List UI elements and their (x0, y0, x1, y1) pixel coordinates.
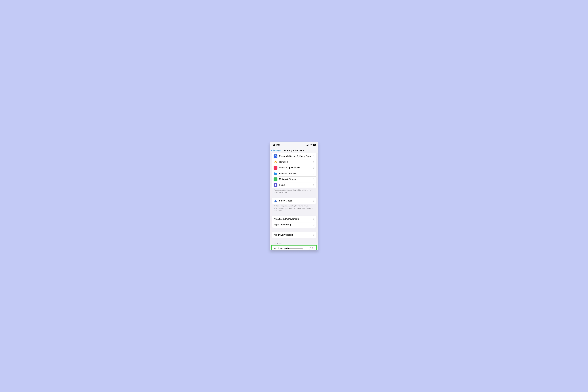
status-time: 12:49 (273, 144, 278, 146)
chevron-right-icon (313, 184, 314, 186)
cell-label: Files and Folders (279, 172, 313, 175)
phone-frame: 12:49 79 Setting (270, 142, 318, 250)
svg-rect-0 (278, 144, 280, 146)
chevron-left-icon (271, 149, 272, 152)
group-safety: Safety Check (272, 198, 316, 204)
cell-research-sensor[interactable]: Research Sensor & Usage Data (272, 154, 316, 159)
chevron-right-icon (313, 178, 314, 180)
chevron-right-icon (313, 218, 314, 220)
svg-rect-3 (307, 145, 308, 146)
status-bar: 12:49 79 (270, 142, 318, 148)
chevron-right-icon (314, 248, 314, 249)
nav-back-button[interactable]: Settings (271, 149, 281, 152)
cell-label: Motion & Fitness (279, 178, 313, 180)
cell-label: HomeKit (279, 161, 313, 163)
folder-icon (274, 172, 278, 176)
research-icon (274, 154, 278, 158)
cell-files-folders[interactable]: Files and Folders (272, 171, 316, 176)
svg-rect-4 (308, 144, 308, 146)
chevron-right-icon (313, 234, 314, 236)
cell-label: Research Sensor & Usage Data (279, 155, 313, 158)
cell-advertising[interactable]: Apple Advertising (272, 222, 316, 228)
cell-app-privacy-report[interactable]: App Privacy Report (272, 232, 316, 238)
fitness-icon (274, 178, 278, 181)
cell-label: Focus (279, 184, 313, 186)
cell-safety-check[interactable]: Safety Check (272, 198, 316, 204)
chevron-right-icon (313, 161, 314, 163)
content-scroll[interactable]: Research Sensor & Usage Data HomeKit Med… (270, 154, 318, 250)
cell-label: App Privacy Report (274, 234, 313, 236)
svg-rect-2 (306, 145, 307, 146)
cell-value: Off (310, 247, 313, 250)
chevron-right-icon (313, 224, 314, 226)
svg-point-7 (276, 178, 276, 179)
nav-back-label: Settings (273, 149, 281, 152)
svg-rect-1 (279, 144, 279, 144)
focus-icon (274, 183, 278, 187)
music-icon (274, 166, 278, 170)
cell-focus[interactable]: Focus (272, 182, 316, 188)
cell-label: Apple Advertising (274, 224, 313, 226)
chevron-right-icon (313, 173, 314, 174)
group-safety-footer: Protect your personal safety by staying … (270, 204, 318, 212)
cell-label: Safety Check (279, 200, 313, 202)
chevron-right-icon (313, 167, 314, 169)
cellular-icon (306, 144, 309, 146)
cell-label: Lockdown Mode (273, 247, 310, 250)
cell-motion-fitness[interactable]: Motion & Fitness (272, 176, 316, 182)
nav-bar: Settings Privacy & Security (270, 148, 318, 154)
cell-analytics[interactable]: Analytics & Improvements (272, 216, 316, 222)
cell-label: Analytics & Improvements (274, 218, 313, 220)
chevron-right-icon (313, 200, 314, 202)
group-access-footer: As apps request access, they will be add… (270, 188, 318, 194)
cell-media-music[interactable]: Media & Apple Music (272, 165, 316, 171)
group-app-privacy: App Privacy Report (272, 232, 316, 238)
cell-homekit[interactable]: HomeKit (272, 159, 316, 165)
svg-rect-5 (308, 144, 309, 146)
svg-point-8 (275, 200, 276, 201)
wifi-icon (310, 144, 312, 146)
chevron-right-icon (313, 156, 314, 157)
safety-check-icon (274, 199, 278, 203)
cell-label: Media & Apple Music (279, 166, 313, 169)
home-icon (274, 160, 278, 164)
annotation-highlight: Lockdown Mode Off (271, 245, 317, 250)
security-header: Security (270, 242, 318, 245)
card-icon (278, 144, 280, 146)
cell-lockdown-mode[interactable]: Lockdown Mode Off (272, 246, 316, 250)
home-indicator (285, 248, 303, 249)
battery-level: 79 (312, 144, 316, 146)
group-analytics: Analytics & Improvements Apple Advertisi… (272, 216, 316, 228)
group-access: Research Sensor & Usage Data HomeKit Med… (272, 154, 316, 188)
